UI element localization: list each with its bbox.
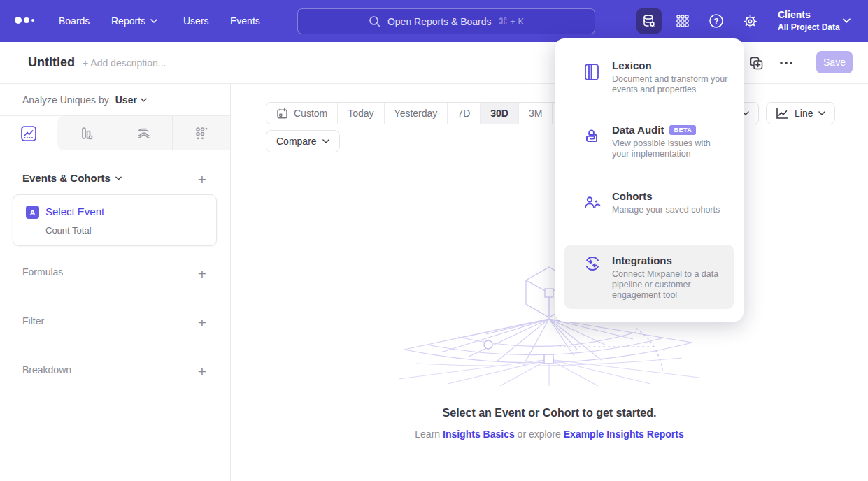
data-management-menu: Lexicon Document and transform your even… [555, 38, 744, 322]
help-button[interactable]: ? [704, 8, 729, 34]
more-options-button[interactable] [775, 52, 797, 74]
help-icon: ? [708, 13, 725, 29]
menu-item-data-audit[interactable]: Data Audit BETA View possible issues wit… [564, 124, 734, 180]
beta-badge: BETA [669, 125, 696, 135]
line-chart-icon [776, 108, 789, 120]
divider [806, 54, 806, 72]
search-shortcut: ⌘ + K [499, 16, 525, 27]
calendar-icon [276, 108, 288, 120]
date-range-custom[interactable]: Custom [266, 103, 338, 124]
search-input[interactable]: Open Reports & Boards ⌘ + K [297, 8, 595, 34]
analyze-label: Analyze Uniques by [22, 94, 109, 106]
mixpanel-logo[interactable] [15, 17, 34, 24]
database-gear-icon [641, 13, 657, 29]
line-chart-icon [20, 124, 38, 143]
ellipsis-icon [780, 62, 792, 64]
tab-flow-chart[interactable] [115, 116, 173, 150]
save-button[interactable]: Save [816, 51, 853, 73]
flow-chart-icon [134, 124, 153, 143]
data-management-button[interactable] [636, 8, 662, 34]
grid-icon [675, 13, 690, 29]
event-card[interactable]: A Select Event Count Total [13, 194, 217, 246]
search-placeholder: Open Reports & Boards [387, 16, 492, 27]
chevron-down-icon [843, 18, 851, 23]
apps-grid-button[interactable] [670, 8, 695, 34]
tab-line-chart[interactable] [0, 116, 57, 150]
nav-events[interactable]: Events [230, 0, 260, 42]
add-formula-button[interactable]: + [193, 264, 211, 282]
report-title[interactable]: Untitled [28, 55, 75, 70]
chevron-down-icon [150, 19, 157, 23]
duplicate-button[interactable] [745, 52, 767, 74]
project-scope: All Project Data [778, 22, 840, 34]
formulas-section: Formulas + [0, 266, 231, 282]
data-audit-spiral-icon [583, 127, 601, 146]
insights-basics-link[interactable]: Insights Basics [443, 429, 515, 440]
chevron-down-icon [115, 176, 122, 180]
date-range-today[interactable]: Today [338, 103, 384, 124]
tab-bar-chart[interactable] [57, 116, 115, 150]
event-badge: A [26, 206, 39, 219]
date-range-3m[interactable]: 3M [519, 103, 553, 124]
formulas-label: Formulas [22, 266, 63, 278]
bar-chart-icon [77, 124, 95, 143]
chevron-down-icon [141, 98, 147, 102]
add-filter-button[interactable]: + [193, 313, 211, 331]
events-cohorts-section: Events & Cohorts + [0, 172, 231, 187]
date-range-yesterday[interactable]: Yesterday [385, 103, 448, 124]
copy-plus-icon [749, 56, 764, 71]
events-cohorts-header[interactable]: Events & Cohorts [22, 172, 122, 184]
chevron-down-icon [818, 111, 825, 115]
chart-type-tabbar [0, 115, 230, 150]
menu-item-integrations[interactable]: Integrations Connect Mixpanel to a data … [564, 245, 734, 309]
filter-section: Filter + [0, 315, 231, 331]
integrations-sync-icon [583, 254, 602, 273]
gear-icon [742, 13, 758, 29]
menu-item-lexicon[interactable]: Lexicon Document and transform your even… [564, 59, 734, 115]
nav-users[interactable]: Users [183, 0, 209, 42]
nav-boards[interactable]: Boards [59, 0, 90, 42]
top-nav-bar: Boards Reports Users Events Open Reports… [0, 0, 868, 42]
menu-item-cohorts[interactable]: Cohorts Manage your saved cohorts [564, 190, 734, 235]
report-canvas: Custom Today Yesterday 7D 30D 3M 6M Comp… [231, 84, 868, 481]
breakdown-label: Breakdown [22, 364, 71, 375]
chart-type-dropdown[interactable]: Line [766, 102, 835, 124]
metrics-grid-icon [192, 124, 211, 143]
search-icon [369, 15, 380, 27]
add-description-field[interactable]: + Add description... [83, 57, 166, 69]
example-reports-link[interactable]: Example Insights Reports [564, 429, 684, 440]
empty-state-title: Select an Event or Cohort to get started… [231, 407, 868, 419]
empty-state-subtitle: Learn Insights Basics or explore Example… [231, 429, 868, 440]
count-total-label[interactable]: Count Total [45, 225, 92, 236]
cohorts-people-icon [583, 193, 602, 213]
breakdown-section: Breakdown + [0, 364, 231, 380]
analyze-value-dropdown[interactable]: User [115, 94, 147, 106]
svg-text:?: ? [713, 17, 718, 25]
compare-button[interactable]: Compare [266, 130, 340, 152]
analyze-row: Analyze Uniques by User [22, 94, 147, 106]
add-breakdown-button[interactable]: + [193, 362, 211, 380]
settings-button[interactable] [737, 8, 762, 34]
query-builder-sidebar: Analyze Uniques by User [0, 84, 231, 481]
lexicon-book-icon [583, 62, 601, 82]
tab-metrics-grid[interactable] [173, 116, 230, 150]
nav-reports[interactable]: Reports [111, 0, 157, 42]
chevron-down-icon [322, 139, 329, 143]
select-event-label[interactable]: Select Event [45, 206, 104, 217]
date-range-30d[interactable]: 30D [481, 103, 519, 124]
filter-label: Filter [22, 315, 44, 326]
project-name: Clients [778, 8, 840, 22]
date-range-7d[interactable]: 7D [448, 103, 481, 124]
mixpanel-insights-app: Boards Reports Users Events Open Reports… [0, 0, 868, 481]
add-event-button[interactable]: + [193, 170, 211, 188]
project-selector[interactable]: Clients All Project Data [778, 8, 840, 34]
